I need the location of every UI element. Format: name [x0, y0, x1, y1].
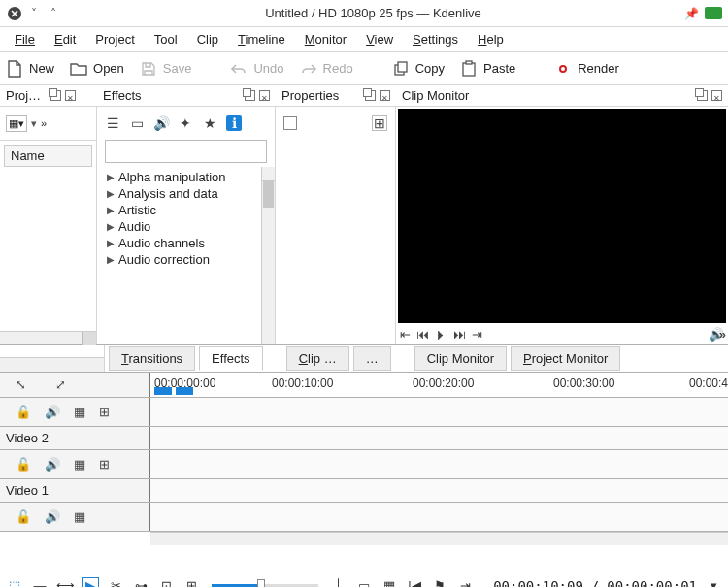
track-label[interactable]: Video 1	[0, 479, 150, 502]
menu-project[interactable]: Project	[86, 30, 143, 49]
track-area[interactable]	[150, 479, 728, 502]
new-button[interactable]: New	[6, 60, 54, 78]
zone-marker[interactable]	[154, 387, 172, 395]
thumb-icon[interactable]: ▦	[381, 577, 398, 588]
mute-icon[interactable]: 🔊	[45, 457, 60, 472]
expand-icon[interactable]: ⤡	[16, 377, 26, 392]
close-icon[interactable]	[380, 90, 390, 101]
tree-item[interactable]: ▶Alpha manipulation	[97, 169, 261, 185]
tool-select-icon[interactable]: ⬚	[6, 577, 23, 588]
menu-tool[interactable]: Tool	[146, 30, 186, 49]
film-icon[interactable]: ▦	[74, 405, 85, 419]
mute-icon[interactable]: 🔊	[45, 509, 60, 524]
link-icon[interactable]: ⊶	[132, 577, 149, 588]
forward-icon[interactable]: ⏭	[453, 327, 466, 342]
tree-item[interactable]: ▶Audio channels	[97, 235, 261, 251]
tab-more[interactable]: …	[353, 346, 391, 371]
favorite-icon[interactable]: ★	[202, 115, 217, 131]
tab-transitions[interactable]: Transitions	[109, 346, 195, 371]
column-name[interactable]: Name	[4, 145, 92, 167]
composite-icon[interactable]: ⊞	[99, 457, 110, 472]
composite-icon[interactable]: ⊞	[99, 405, 110, 419]
detach-icon[interactable]	[50, 90, 61, 101]
zone-end-icon[interactable]: ⇥	[472, 327, 482, 342]
track-area[interactable]	[150, 503, 728, 531]
settings-icon[interactable]: ⊞	[372, 115, 387, 131]
close-icon[interactable]	[65, 90, 76, 101]
zone-in-icon[interactable]: ⇥	[456, 577, 474, 588]
pin-icon[interactable]: 📌	[684, 7, 699, 20]
play-icon[interactable]: ▶	[82, 577, 99, 588]
timecode-position[interactable]: 00:00:10:09	[493, 578, 583, 588]
cut-icon[interactable]: ✂	[107, 577, 124, 588]
scrollbar-h[interactable]	[0, 331, 96, 344]
detach-icon[interactable]	[245, 90, 255, 101]
fit-icon[interactable]: ▭	[355, 577, 373, 588]
menu-settings[interactable]: Settings	[404, 30, 467, 49]
copy-button[interactable]: Copy	[392, 60, 445, 78]
tree-item[interactable]: ▶Analysis and data	[97, 185, 261, 202]
tree-item[interactable]: ▶Audio correction	[97, 251, 261, 268]
track-label[interactable]: Video 2	[0, 427, 150, 449]
effects-tree[interactable]: ▶Alpha manipulation ▶Analysis and data ▶…	[97, 167, 261, 344]
more-icon[interactable]: »	[41, 117, 47, 129]
audio-icon[interactable]: 🔊	[153, 115, 169, 131]
stretch-icon[interactable]: ⤢	[55, 377, 66, 392]
flag-icon[interactable]: ⚑	[431, 577, 448, 588]
film-icon[interactable]: ▦	[74, 509, 85, 524]
mute-icon[interactable]: 🔊	[45, 405, 60, 419]
rewind-icon[interactable]: ⏮	[416, 327, 429, 342]
tree-item[interactable]: ▶Artistic	[97, 202, 261, 218]
lock-icon[interactable]: 🔓	[16, 457, 31, 472]
snap-icon[interactable]: ⊡	[157, 577, 175, 588]
render-button[interactable]: Render	[554, 60, 619, 78]
track-area[interactable]	[150, 398, 728, 426]
zoom-slider[interactable]	[212, 584, 318, 588]
zone-icon[interactable]: ⇤	[400, 327, 411, 342]
timecode-duration[interactable]: 00:00:00:01	[607, 578, 697, 588]
info-icon[interactable]: ℹ	[226, 115, 242, 131]
menu-clip[interactable]: Clip	[188, 30, 227, 49]
tick-icon[interactable]: │	[330, 577, 347, 588]
lock-icon[interactable]: 🔓	[16, 509, 31, 524]
list-icon[interactable]: ☰	[105, 115, 120, 131]
tab-project-monitor[interactable]: Project Monitor	[511, 346, 620, 371]
grid-icon[interactable]: ⊞	[182, 577, 200, 588]
window-min-icon[interactable]: ˅	[25, 5, 43, 22]
view-mode-dropdown[interactable]: ▦▾	[6, 115, 27, 132]
chevron-down-icon[interactable]: ▾	[705, 577, 722, 588]
scrollbar-h[interactable]	[150, 532, 728, 545]
close-icon[interactable]	[259, 90, 270, 101]
zone-marker[interactable]	[176, 387, 193, 395]
redo-button[interactable]: Redo	[300, 60, 353, 78]
gpu-icon[interactable]: ✦	[178, 115, 193, 131]
close-icon[interactable]	[711, 90, 722, 101]
paste-button[interactable]: Paste	[460, 60, 515, 78]
window-max-icon[interactable]: ˄	[45, 5, 62, 22]
track-area[interactable]	[150, 450, 728, 478]
detach-icon[interactable]	[697, 90, 708, 101]
tree-item[interactable]: ▶Audio	[97, 218, 261, 235]
menu-monitor[interactable]: Monitor	[296, 30, 355, 49]
undo-button[interactable]: Undo	[230, 60, 283, 78]
open-button[interactable]: Open	[70, 60, 124, 78]
search-input[interactable]	[105, 140, 267, 163]
timeline-ruler[interactable]: 00:00:00:00 00:00:10:00 00:00:20:00 00:0…	[150, 373, 728, 397]
detach-icon[interactable]	[365, 90, 376, 101]
menu-timeline[interactable]: Timeline	[229, 30, 294, 49]
save-button[interactable]: Save	[140, 60, 192, 78]
lock-icon[interactable]: 🔓	[16, 405, 31, 419]
scrollbar-v[interactable]	[261, 167, 275, 344]
video-icon[interactable]: ▭	[129, 115, 145, 131]
marker-icon[interactable]: |◀	[406, 577, 423, 588]
tab-effects[interactable]: Effects	[199, 346, 263, 371]
menu-file[interactable]: File	[6, 30, 44, 49]
tab-clip-monitor[interactable]: Clip Monitor	[414, 346, 507, 371]
window-close-icon[interactable]	[6, 5, 23, 22]
play-icon[interactable]: ⏵	[435, 327, 447, 342]
menu-edit[interactable]: Edit	[46, 30, 84, 49]
expand-icon[interactable]: ▾	[31, 117, 37, 130]
menu-view[interactable]: View	[357, 30, 402, 49]
tool-razor-icon[interactable]: —	[31, 577, 49, 588]
checkbox-icon[interactable]	[283, 116, 297, 130]
